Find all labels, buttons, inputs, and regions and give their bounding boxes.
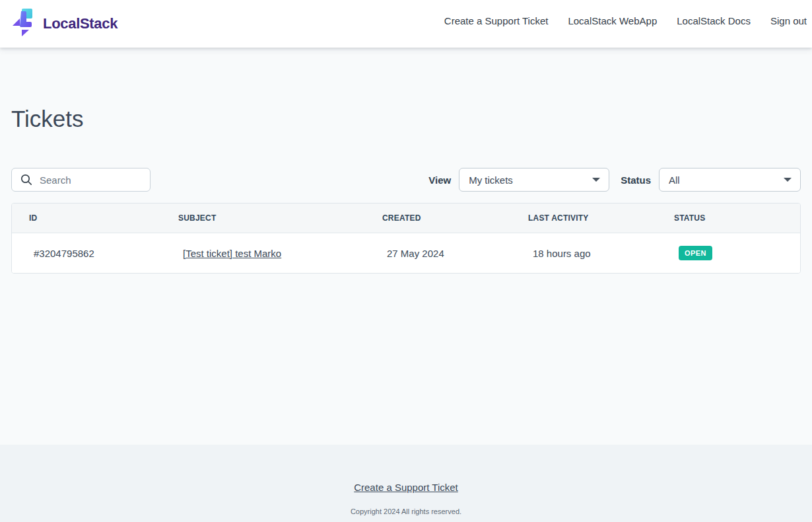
status-select-value: All <box>669 174 680 186</box>
view-select-value: My tickets <box>469 174 513 186</box>
chevron-down-icon <box>784 178 792 182</box>
nav-create-support-ticket[interactable]: Create a Support Ticket <box>444 15 549 26</box>
column-header-created: CREATED <box>365 204 511 233</box>
table-header: ID SUBJECT CREATED LAST ACTIVITY STATUS <box>12 204 800 233</box>
page-title: Tickets <box>11 48 801 132</box>
chevron-down-icon <box>592 178 600 182</box>
column-header-last-activity: LAST ACTIVITY <box>511 204 657 233</box>
page-footer: Create a Support Ticket Copyright 2024 A… <box>0 445 812 522</box>
ticket-last-activity-cell: 18 hours ago <box>511 233 657 274</box>
ticket-subject-link[interactable]: [Test ticket] test Marko <box>183 248 281 259</box>
nav-localstack-webapp[interactable]: LocalStack WebApp <box>568 15 657 26</box>
column-header-id: ID <box>12 204 161 233</box>
tickets-table: ID SUBJECT CREATED LAST ACTIVITY STATUS … <box>12 204 800 273</box>
ticket-subject-cell: [Test ticket] test Marko <box>161 233 365 274</box>
status-label: Status <box>621 174 651 186</box>
ticket-id-cell: #3204795862 <box>12 233 161 274</box>
ticket-status-cell: OPEN <box>657 233 800 274</box>
ticket-created-cell: 27 May 2024 <box>365 233 511 274</box>
tickets-table-container: ID SUBJECT CREATED LAST ACTIVITY STATUS … <box>11 203 801 274</box>
view-select[interactable]: My tickets <box>459 168 609 192</box>
app-bar: LocalStack Create a Support Ticket Local… <box>0 0 812 48</box>
search-input[interactable] <box>40 174 145 186</box>
column-header-subject: SUBJECT <box>161 204 365 233</box>
nav-sign-out[interactable]: Sign out <box>770 15 807 26</box>
search-icon <box>20 173 33 186</box>
footer-create-support-ticket-link[interactable]: Create a Support Ticket <box>354 482 458 493</box>
copyright-text: Copyright 2024 All rights reserved. <box>0 507 812 515</box>
tickets-toolbar: View My tickets Status All <box>11 168 801 192</box>
status-badge: OPEN <box>679 246 712 260</box>
localstack-logo-icon <box>11 7 37 40</box>
view-label: View <box>428 174 451 186</box>
table-row: #3204795862 [Test ticket] test Marko 27 … <box>12 233 800 274</box>
main-content: Tickets View My tickets Status All <box>0 48 812 445</box>
column-header-status: STATUS <box>657 204 800 233</box>
search-box <box>11 168 151 192</box>
status-select[interactable]: All <box>659 168 801 192</box>
localstack-logo[interactable]: LocalStack <box>11 7 118 40</box>
top-navigation: Create a Support Ticket LocalStack WebAp… <box>444 15 807 26</box>
nav-localstack-docs[interactable]: LocalStack Docs <box>677 15 751 26</box>
localstack-logo-text: LocalStack <box>43 15 118 32</box>
